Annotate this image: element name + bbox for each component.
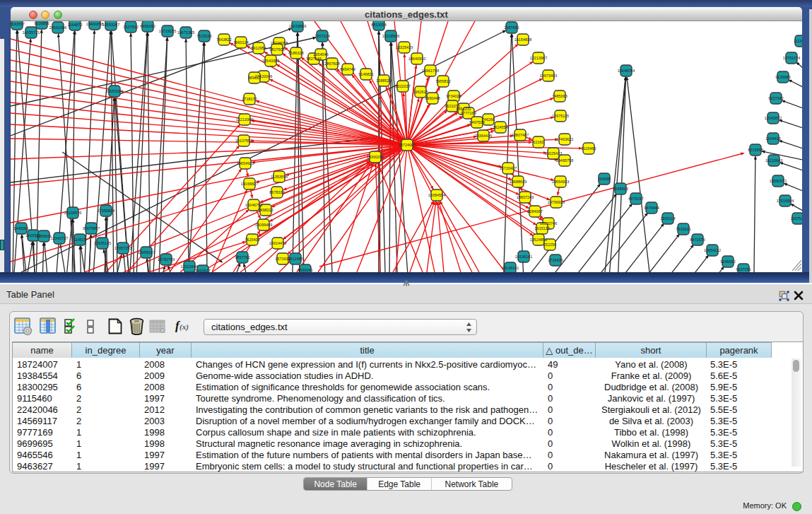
svg-text:16120746: 16120746	[540, 221, 557, 226]
svg-text:9827546: 9827546	[306, 57, 321, 61]
svg-text:12505135: 12505135	[94, 241, 111, 245]
svg-text:12213967: 12213967	[530, 56, 547, 60]
svg-text:1244415: 1244415	[765, 136, 780, 141]
svg-text:19166827: 19166827	[241, 182, 258, 186]
svg-text:16099489: 16099489	[255, 223, 272, 227]
svg-text:10107552: 10107552	[235, 139, 252, 143]
svg-text:16914479: 16914479	[269, 241, 286, 245]
svg-text:9857791: 9857791	[235, 255, 249, 259]
svg-text:1156829: 1156829	[36, 234, 51, 238]
svg-text:9937291: 9937291	[736, 267, 751, 271]
svg-text:(x): (x)	[180, 322, 189, 332]
svg-text:6466160: 6466160	[140, 24, 155, 28]
svg-text:11353594: 11353594	[271, 175, 288, 179]
svg-text:2687682: 2687682	[504, 25, 519, 30]
svg-text:20053346: 20053346	[106, 89, 123, 93]
svg-text:15751074: 15751074	[783, 56, 800, 60]
svg-text:8990448: 8990448	[425, 96, 440, 100]
svg-text:16543382: 16543382	[262, 59, 279, 63]
svg-text:17463622: 17463622	[556, 137, 573, 141]
svg-text:7625402: 7625402	[245, 238, 259, 242]
svg-text:10553267: 10553267	[102, 23, 119, 27]
svg-text:114519: 114519	[73, 238, 86, 242]
svg-text:20691406: 20691406	[49, 25, 66, 30]
svg-text:3660124: 3660124	[233, 40, 248, 45]
svg-text:1445061: 1445061	[13, 226, 28, 230]
svg-text:1362615: 1362615	[413, 90, 428, 94]
svg-text:9106856: 9106856	[34, 21, 49, 25]
svg-text:16154838: 16154838	[514, 37, 531, 42]
svg-text:2935114: 2935114	[660, 216, 675, 221]
svg-text:14055721: 14055721	[23, 30, 40, 35]
svg-text:15720407: 15720407	[500, 166, 517, 170]
svg-text:8471676: 8471676	[690, 238, 705, 242]
svg-text:8912954: 8912954	[251, 46, 266, 50]
svg-text:14136141: 14136141	[502, 266, 519, 270]
svg-text:9146821: 9146821	[358, 72, 373, 76]
svg-text:20364436: 20364436	[475, 134, 492, 138]
svg-text:9498222: 9498222	[258, 208, 273, 212]
svg-text:9227342: 9227342	[768, 96, 783, 100]
svg-text:19756928: 19756928	[548, 200, 565, 204]
svg-text:15218506: 15218506	[382, 34, 399, 38]
svg-text:1527602: 1527602	[123, 25, 138, 29]
svg-text:164095: 164095	[598, 177, 611, 181]
svg-text:7515526: 7515526	[196, 34, 211, 38]
svg-text:2867608: 2867608	[324, 62, 339, 66]
svg-text:10973493: 10973493	[540, 74, 557, 78]
svg-text:20206576: 20206576	[64, 211, 81, 215]
svg-text:9084067: 9084067	[527, 209, 542, 214]
svg-text:3624554: 3624554	[493, 125, 507, 129]
svg-text:6479197: 6479197	[628, 197, 643, 201]
svg-text:12093872: 12093872	[765, 116, 782, 120]
svg-text:23495758: 23495758	[556, 158, 573, 163]
svg-text:16961758: 16961758	[422, 69, 439, 73]
svg-text:9115460: 9115460	[581, 146, 596, 151]
svg-text:16210643: 16210643	[765, 158, 782, 163]
svg-text:18807249: 18807249	[517, 195, 534, 199]
svg-text:62160: 62160	[533, 140, 543, 144]
svg-text:17016504: 17016504	[777, 199, 794, 203]
svg-text:9777169: 9777169	[461, 111, 476, 115]
svg-text:1164872: 1164872	[67, 23, 82, 27]
svg-text:19384554: 19384554	[428, 193, 445, 197]
svg-text:13524851: 13524851	[530, 238, 547, 242]
svg-text:7955812: 7955812	[435, 79, 450, 83]
svg-text:7632621: 7632621	[676, 227, 690, 231]
svg-text:12213369: 12213369	[236, 117, 253, 122]
svg-text:8322037: 8322037	[395, 84, 410, 88]
svg-text:7357224: 7357224	[314, 34, 329, 38]
svg-text:8813054: 8813054	[371, 23, 386, 27]
svg-text:10025433: 10025433	[545, 151, 562, 156]
svg-text:989612: 989612	[248, 76, 261, 80]
svg-text:9245652: 9245652	[720, 259, 735, 264]
svg-text:1615132: 1615132	[534, 226, 549, 230]
svg-text:10719155: 10719155	[159, 29, 176, 33]
svg-text:1733426: 1733426	[548, 258, 563, 262]
svg-text:1571632: 1571632	[275, 257, 290, 261]
svg-text:746266: 746266	[482, 117, 495, 122]
svg-text:12975115: 12975115	[552, 114, 569, 118]
svg-text:30975867: 30975867	[83, 226, 100, 230]
svg-text:1112021: 1112021	[794, 39, 802, 43]
svg-text:16782759: 16782759	[158, 257, 175, 262]
svg-text:7663822: 7663822	[216, 37, 231, 42]
svg-text:9474444: 9474444	[644, 206, 659, 210]
svg-text:16046798: 16046798	[245, 203, 262, 207]
svg-text:8215958: 8215958	[748, 148, 763, 152]
svg-text:19654923: 19654923	[552, 180, 569, 184]
svg-text:23226058: 23226058	[271, 41, 288, 45]
svg-text:8186328: 8186328	[288, 51, 303, 55]
svg-text:17359924: 17359924	[98, 209, 114, 213]
svg-text:10807487: 10807487	[512, 133, 529, 137]
svg-text:9734028: 9734028	[446, 94, 461, 98]
svg-text:1167533: 1167533	[790, 216, 802, 221]
svg-text:9463627: 9463627	[195, 269, 210, 272]
svg-text:15692971: 15692971	[770, 179, 787, 183]
svg-text:2040557: 2040557	[11, 22, 25, 26]
svg-text:8454749: 8454749	[340, 67, 355, 71]
svg-text:16033809: 16033809	[289, 24, 306, 28]
svg-text:17957253: 17957253	[114, 246, 131, 250]
svg-text:5938923: 5938923	[613, 187, 628, 191]
svg-text:2718170: 2718170	[242, 97, 257, 101]
